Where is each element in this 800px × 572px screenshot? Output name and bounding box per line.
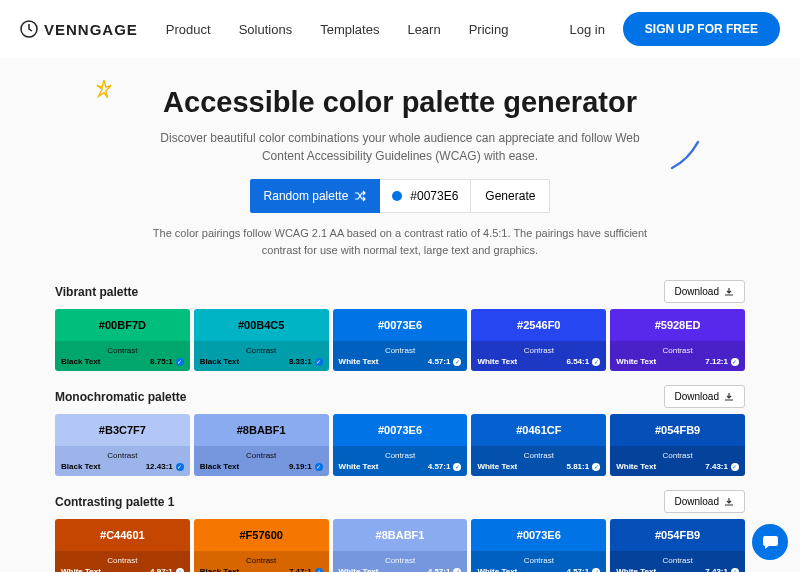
palette: Contrasting palette 1Download#C44601Cont… <box>55 490 745 572</box>
text-color-label: Black Text <box>61 357 100 366</box>
contrast-label: Contrast <box>616 346 739 355</box>
logo[interactable]: VENNGAGE <box>20 20 138 38</box>
swatch-contrast: ContrastWhite Text4.97:1✓ <box>55 551 190 572</box>
color-swatch[interactable]: #5928EDContrastWhite Text7.12:1✓ <box>610 309 745 371</box>
text-color-label: White Text <box>339 357 379 366</box>
swatch-contrast: ContrastWhite Text5.81:1✓ <box>471 446 606 476</box>
text-color-label: Black Text <box>61 462 100 471</box>
text-color-label: White Text <box>477 567 517 572</box>
check-icon: ✓ <box>176 568 184 573</box>
color-swatch[interactable]: #2546F0ContrastWhite Text6.54:1✓ <box>471 309 606 371</box>
color-swatch[interactable]: #054FB9ContrastWhite Text7.43:1✓ <box>610 519 745 572</box>
download-button[interactable]: Download <box>664 490 745 513</box>
contrast-label: Contrast <box>200 451 323 460</box>
nav-product[interactable]: Product <box>166 22 211 37</box>
nav-solutions[interactable]: Solutions <box>239 22 292 37</box>
swatch-contrast: ContrastWhite Text7.12:1✓ <box>610 341 745 371</box>
swatch-row: #B3C7F7ContrastBlack Text12.43:1✓#8BABF1… <box>55 414 745 476</box>
contrast-label: Contrast <box>339 451 462 460</box>
contrast-row: Black Text8.33:1✓ <box>200 357 323 366</box>
color-swatch[interactable]: #00BF7DContrastBlack Text8.75:1✓ <box>55 309 190 371</box>
download-button[interactable]: Download <box>664 280 745 303</box>
swatch-contrast: ContrastWhite Text7.43:1✓ <box>610 551 745 572</box>
contrast-ratio: 4.57:1 <box>567 567 590 572</box>
contrast-row: White Text7.43:1✓ <box>616 462 739 471</box>
signup-button[interactable]: SIGN UP FOR FREE <box>623 12 780 46</box>
generate-button[interactable]: Generate <box>471 179 550 213</box>
hex-value: #0073E6 <box>410 189 458 203</box>
color-swatch[interactable]: #8BABF1ContrastWhite Text4.57:1✓ <box>333 519 468 572</box>
color-swatch[interactable]: #C44601ContrastWhite Text4.97:1✓ <box>55 519 190 572</box>
nav-templates[interactable]: Templates <box>320 22 379 37</box>
palette: Monochromatic paletteDownload#B3C7F7Cont… <box>55 385 745 476</box>
swatch-hex: #B3C7F7 <box>55 414 190 446</box>
contrast-label: Contrast <box>339 346 462 355</box>
contrast-ratio: 4.57:1 <box>428 462 451 471</box>
palettes: Vibrant paletteDownload#00BF7DContrastBl… <box>0 266 800 572</box>
color-swatch[interactable]: #00B4C5ContrastBlack Text8.33:1✓ <box>194 309 329 371</box>
swatch-contrast: ContrastBlack Text8.75:1✓ <box>55 341 190 371</box>
download-icon <box>724 287 734 297</box>
swatch-hex: #5928ED <box>610 309 745 341</box>
palette-name: Contrasting palette 1 <box>55 495 174 509</box>
check-icon: ✓ <box>453 568 461 573</box>
download-icon <box>724 392 734 402</box>
check-icon: ✓ <box>315 568 323 573</box>
nav-pricing[interactable]: Pricing <box>469 22 509 37</box>
contrast-label: Contrast <box>200 556 323 565</box>
check-icon: ✓ <box>592 358 600 366</box>
text-color-label: White Text <box>477 462 517 471</box>
text-color-label: White Text <box>616 567 656 572</box>
contrast-row: Black Text9.19:1✓ <box>200 462 323 471</box>
contrast-ratio: 7.43:1 <box>705 462 728 471</box>
random-label: Random palette <box>264 189 349 203</box>
text-color-label: White Text <box>616 462 656 471</box>
color-swatch[interactable]: #054FB9ContrastWhite Text7.43:1✓ <box>610 414 745 476</box>
contrast-label: Contrast <box>616 556 739 565</box>
brand-text: VENNGAGE <box>44 21 138 38</box>
swatch-contrast: ContrastWhite Text4.57:1✓ <box>471 551 606 572</box>
contrast-ratio: 7.12:1 <box>705 357 728 366</box>
nav: Product Solutions Templates Learn Pricin… <box>166 22 509 37</box>
wcag-note: The color pairings follow WCAG 2.1 AA ba… <box>140 225 660 258</box>
contrast-ratio: 4.57:1 <box>428 357 451 366</box>
color-swatch[interactable]: #B3C7F7ContrastBlack Text12.43:1✓ <box>55 414 190 476</box>
hex-input[interactable]: #0073E6 <box>380 179 471 213</box>
download-button[interactable]: Download <box>664 385 745 408</box>
random-palette-button[interactable]: Random palette <box>250 179 381 213</box>
contrast-label: Contrast <box>61 556 184 565</box>
contrast-label: Contrast <box>61 346 184 355</box>
swatch-hex: #8BABF1 <box>333 519 468 551</box>
contrast-row: White Text4.97:1✓ <box>61 567 184 572</box>
color-swatch[interactable]: #0073E6ContrastWhite Text4.57:1✓ <box>333 414 468 476</box>
clock-icon <box>20 20 38 38</box>
contrast-label: Contrast <box>477 451 600 460</box>
text-color-label: White Text <box>339 462 379 471</box>
contrast-row: White Text4.57:1✓ <box>339 462 462 471</box>
color-swatch[interactable]: #0461CFContrastWhite Text5.81:1✓ <box>471 414 606 476</box>
swatch-contrast: ContrastWhite Text7.43:1✓ <box>610 446 745 476</box>
swatch-hex: #C44601 <box>55 519 190 551</box>
color-swatch[interactable]: #0073E6ContrastWhite Text4.57:1✓ <box>471 519 606 572</box>
topbar: VENNGAGE Product Solutions Templates Lea… <box>0 0 800 58</box>
login-link[interactable]: Log in <box>569 22 604 37</box>
nav-learn[interactable]: Learn <box>407 22 440 37</box>
color-swatch[interactable]: #8BABF1ContrastBlack Text9.19:1✓ <box>194 414 329 476</box>
check-icon: ✓ <box>315 358 323 366</box>
hero: Accessible color palette generator Disco… <box>0 58 800 266</box>
chat-button[interactable] <box>752 524 788 560</box>
contrast-row: White Text4.57:1✓ <box>339 357 462 366</box>
color-swatch[interactable]: #F57600ContrastBlack Text7.47:1✓ <box>194 519 329 572</box>
check-icon: ✓ <box>176 463 184 471</box>
color-swatch[interactable]: #0073E6ContrastWhite Text4.57:1✓ <box>333 309 468 371</box>
swatch-hex: #F57600 <box>194 519 329 551</box>
swatch-hex: #0073E6 <box>471 519 606 551</box>
check-icon: ✓ <box>731 463 739 471</box>
swatch-row: #00BF7DContrastBlack Text8.75:1✓#00B4C5C… <box>55 309 745 371</box>
contrast-row: White Text5.81:1✓ <box>477 462 600 471</box>
swatch-hex: #054FB9 <box>610 414 745 446</box>
palette-header: Monochromatic paletteDownload <box>55 385 745 408</box>
palette-header: Contrasting palette 1Download <box>55 490 745 513</box>
check-icon: ✓ <box>731 358 739 366</box>
contrast-ratio: 8.75:1 <box>150 357 173 366</box>
